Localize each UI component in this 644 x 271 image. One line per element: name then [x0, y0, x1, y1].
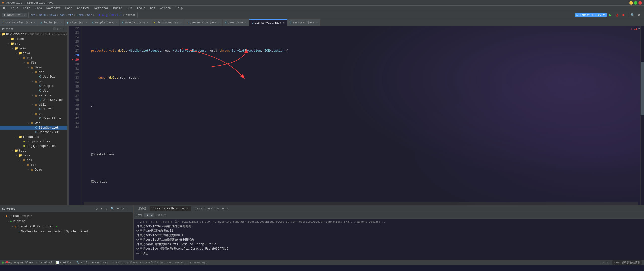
tab-user[interactable]: C User.java ✕ — [223, 19, 249, 26]
tree-item-po[interactable]: ▾ ▦ po — [0, 79, 67, 84]
tab-test-user[interactable]: C TestUser.java ✕ — [287, 19, 320, 26]
tree-item-resultinfo[interactable]: C ResultInfo — [0, 116, 67, 121]
tree-item-com[interactable]: ▾ ▦ com — [0, 56, 67, 60]
tree-item-com-test[interactable]: ▾ ▦ com — [0, 158, 67, 163]
settings-button[interactable]: ⚙ — [636, 12, 642, 18]
tree-item-ftz[interactable]: ▾ ▦ ftz — [0, 60, 67, 65]
tree-item-vo[interactable]: ▾ ▦ vo — [0, 112, 67, 116]
menu-view[interactable]: View — [33, 6, 44, 11]
services-btn-restart[interactable]: ↺ — [95, 206, 99, 211]
tree-item-main[interactable]: ▾ 📁 main — [0, 46, 67, 51]
tree-item-demo[interactable]: ▾ ▦ Demo — [0, 65, 67, 70]
services-options-btn[interactable]: ⋮ — [126, 206, 131, 211]
tab-close-db[interactable]: ✕ — [180, 21, 182, 24]
nav-java[interactable]: java — [49, 14, 56, 17]
menu-navigate[interactable]: Navigate — [44, 6, 63, 11]
tree-item-util[interactable]: ▾ ▦ util — [0, 102, 67, 107]
sidebar-icon-gear[interactable]: ⋮ — [62, 27, 65, 31]
menu-file[interactable]: File — [9, 6, 20, 11]
project-selector[interactable]: ▼ NewServlet — [2, 13, 27, 17]
tab-sign[interactable]: ▶ sign.jsp ✕ — [65, 19, 90, 26]
tab-db[interactable]: ■ db.properties ✕ — [151, 19, 184, 26]
output-content[interactable]: ...FFFF FFFFFFFFF(FFFF 版本 [Catalina] v5.… — [134, 219, 644, 260]
tree-item-java-test[interactable]: ▾ 📁 java — [0, 153, 67, 158]
tree-item-service[interactable]: ▾ ▦ service — [0, 93, 67, 98]
tab-sign-servlet[interactable]: C SignServlet.java ✕ — [249, 19, 287, 26]
tree-item-resources[interactable]: ▾ 📁 resources — [0, 135, 67, 139]
tree-item-dbutil[interactable]: C DBUtil — [0, 107, 67, 112]
nav-demo[interactable]: Demo — [77, 14, 84, 17]
tree-item-web[interactable]: ▾ ▦ web — [0, 121, 67, 126]
tree-item-userservice[interactable]: I UserService — [0, 98, 67, 102]
services-btn-filter[interactable]: ▽ — [104, 206, 108, 211]
debug-button[interactable]: 🐞 — [614, 12, 620, 18]
do-post-link[interactable]: doPost — [126, 14, 136, 17]
tree-item-newservlet[interactable]: ▾ 📁 NewServlet E:/课程下载文章/sakurashop-main… — [0, 32, 67, 37]
tree-item-userdao[interactable]: C UserDao — [0, 75, 67, 79]
services-settings-btn[interactable]: ⚙ — [121, 206, 125, 211]
maximize-button[interactable] — [634, 1, 637, 5]
output-tab-catalina[interactable]: Tomcat Catalina Log ✕ — [192, 206, 231, 211]
sidebar-icon-list[interactable]: ☰ — [53, 27, 56, 31]
menu-run[interactable]: Run — [125, 6, 134, 11]
menu-tools[interactable]: Tools — [135, 6, 148, 11]
status-services[interactable]: ▶ Services — [92, 261, 108, 264]
tab-people[interactable]: C People.java ✕ — [90, 19, 120, 26]
sign-servlet-link[interactable]: ■ SignServlet — [99, 13, 122, 17]
menu-code[interactable]: Code — [63, 6, 74, 11]
tree-item-userservlet[interactable]: C UserServlet — [0, 130, 67, 135]
nav-main[interactable]: main — [39, 14, 46, 17]
tree-item-src[interactable]: ▾ 📁 src — [0, 41, 67, 46]
close-button[interactable] — [638, 1, 642, 5]
menu-analyze[interactable]: Analyze — [75, 6, 92, 11]
tree-item-demo-test[interactable]: ▾ ▦ Demo — [0, 167, 67, 172]
output-tab-catalina-close[interactable]: ✕ — [227, 207, 229, 210]
menu-window[interactable]: Window — [158, 6, 173, 11]
stop-button[interactable]: ■ — [621, 12, 626, 18]
run-button[interactable]: ▶ — [608, 12, 613, 18]
tab-login[interactable]: ▶ login.jsp ✕ — [38, 19, 65, 26]
search-button[interactable]: 🔍 — [630, 12, 635, 18]
services-btn-search[interactable]: 🔍 — [109, 206, 115, 211]
srv-item-tomcat-server[interactable]: ▾ ▶ Tomcat Server — [0, 213, 133, 219]
tree-item-ftz-test[interactable]: ▾ ▦ ftz — [0, 163, 67, 167]
nav-web[interactable]: web — [87, 14, 92, 17]
tab-close-user-dao[interactable]: ✕ — [147, 21, 148, 24]
menu-ui[interactable]: UI — [1, 6, 9, 11]
tree-item-log4j[interactable]: ■ log4j.properties — [0, 144, 67, 148]
tab-close-test-user[interactable]: ✕ — [316, 21, 318, 24]
sidebar-icon-collapse[interactable]: − — [60, 27, 61, 31]
tree-item-user[interactable]: C User — [0, 88, 67, 93]
output-tab-localhost[interactable]: Tomcat Localhost Log ✕ — [150, 206, 191, 211]
status-build[interactable]: 🔧 Build — [76, 261, 89, 264]
tree-item-dao[interactable]: ▾ ▦ dao — [0, 70, 67, 75]
menu-refactor[interactable]: Refactor — [92, 6, 111, 11]
tab-close-sign[interactable]: ✕ — [86, 21, 87, 24]
tab-user-servlet[interactable]: C UserServlet.java ✕ — [0, 19, 38, 26]
services-btn-stop[interactable]: ■ — [100, 207, 103, 211]
error-indicator[interactable]: ⚠ 11 ▼ — [631, 27, 640, 30]
output-tab-localhost-close[interactable]: ✕ — [187, 207, 189, 210]
nav-src[interactable]: src — [30, 14, 35, 17]
srv-item-deployment[interactable]: □ NewServlet:war exploded [Synchronized] — [0, 229, 133, 234]
srv-item-tomcat927[interactable]: ▾ ◖ Tomcat 9.0.27 [local] ● — [0, 224, 133, 229]
tab-close-people[interactable]: ✕ — [115, 21, 117, 24]
menu-edit[interactable]: Edit — [21, 6, 32, 11]
srv-item-running[interactable]: ▾ ▶ Running — [0, 219, 133, 224]
minimize-button[interactable] — [629, 1, 633, 5]
tree-item-dbprops[interactable]: ■ db.properties — [0, 139, 67, 144]
tab-close-user[interactable]: ✕ — [245, 21, 247, 24]
run-config[interactable]: ▶ Tomcat 9.0.27 ▼ — [575, 13, 607, 17]
tab-user-service[interactable]: I UserService.java ✕ — [184, 19, 222, 26]
tree-item-people[interactable]: C People — [0, 84, 67, 88]
tab-close-sign-servlet[interactable]: ✕ — [283, 21, 285, 24]
tab-close-user-service[interactable]: ✕ — [218, 21, 220, 24]
tree-item-test[interactable]: ▾ 📁 test — [0, 148, 67, 153]
menu-git[interactable]: Git — [148, 6, 158, 11]
menu-build[interactable]: Build — [111, 6, 124, 11]
nav-ftz[interactable]: ftz — [68, 14, 73, 17]
dev-select[interactable]: ▼ — [144, 213, 154, 217]
code-content[interactable]: protected void doGet(HttpServletRequest … — [81, 26, 640, 205]
services-btn-add[interactable]: + — [116, 207, 120, 211]
tree-item-java[interactable]: ▾ 📁 java — [0, 51, 67, 56]
